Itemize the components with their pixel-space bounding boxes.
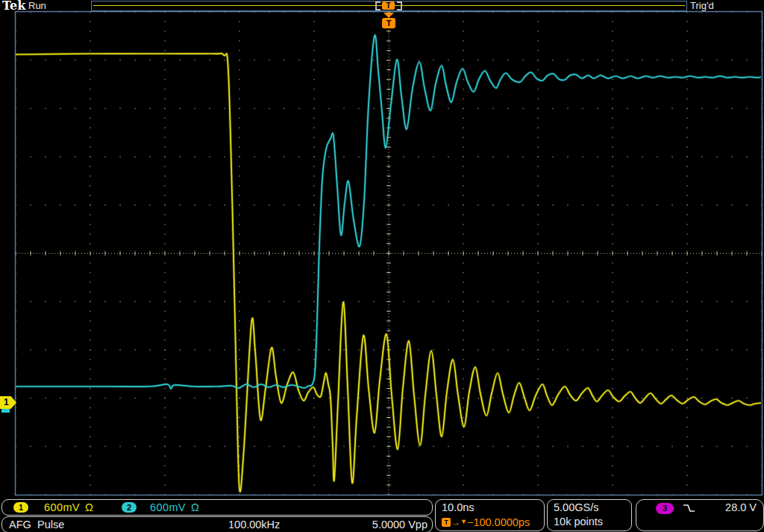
afg-readout-box[interactable]: AFG Pulse 100.00kHz 5.0000 Vpp [1,516,433,532]
horizontal-delay-readout: T→▼−100.0000ps [442,516,530,528]
channel2-ground-marker[interactable] [1,409,10,413]
waveforms [15,35,761,492]
trigger-readout-box[interactable]: 3 28.0 V [636,499,764,531]
ch1-badge[interactable]: 1 [13,502,28,513]
ch2-badge[interactable]: 2 [122,502,137,513]
horizontal-readout-box[interactable]: 10.0ns T→▼−100.0000ps [435,499,545,531]
ch2-impedance: Ω [191,501,199,513]
channel-readouts-box[interactable]: 1 600mVΩ 2 600mVΩ [1,499,433,516]
ch1-impedance: Ω [85,501,93,513]
afg-mode: Pulse [37,519,64,531]
top-status-bar: Tek Run T Trig'd [0,0,764,11]
triangle-down-icon: ▼ [460,518,467,525]
ch3-trigger-source-badge[interactable]: 3 [656,503,674,514]
ch2-scale: 600mV [150,501,186,513]
trigger-status: Trig'd [690,0,714,11]
oscilloscope-screen: Tek Run T Trig'd T 1 1 600mVΩ 2 600mVΩ A… [0,0,764,532]
trigger-flag-arrow-icon [383,13,394,18]
trigger-flag-t-icon: T [382,18,395,28]
grid-center-crosshair [16,12,762,495]
arrow-right-icon: → [451,517,460,528]
afg-amplitude: 5.0000 Vpp [372,519,428,531]
afg-frequency: 100.00kHz [228,519,280,531]
record-trigger-position-marker[interactable]: T [382,1,395,10]
sample-rate: 5.00GS/s [554,501,598,513]
trigger-delay-value: −100.0000ps [467,516,530,528]
expansion-bracket-right-icon [397,1,402,10]
ch1-scale-readout: 600mVΩ [44,501,93,513]
graticule-and-waveforms [0,0,764,532]
tek-logo: Tek [2,0,25,13]
acquisition-readout-box[interactable]: 5.00GS/s 10k points [547,499,632,531]
trigger-level: 28.0 V [725,501,757,513]
horizontal-scale: 10.0ns [442,501,475,513]
record-length: 10k points [554,516,603,528]
falling-edge-icon [683,504,696,513]
acquisition-status: Run [28,0,46,11]
ch1-scale: 600mV [44,501,80,513]
expansion-bracket-left-icon [375,1,381,10]
trigger-position-flag[interactable]: T [382,13,395,28]
record-view-bar[interactable]: T [91,1,687,11]
ch2-scale-readout: 600mVΩ [150,501,199,513]
afg-label: AFG [9,519,31,531]
trigger-t-icon: T [442,518,451,527]
